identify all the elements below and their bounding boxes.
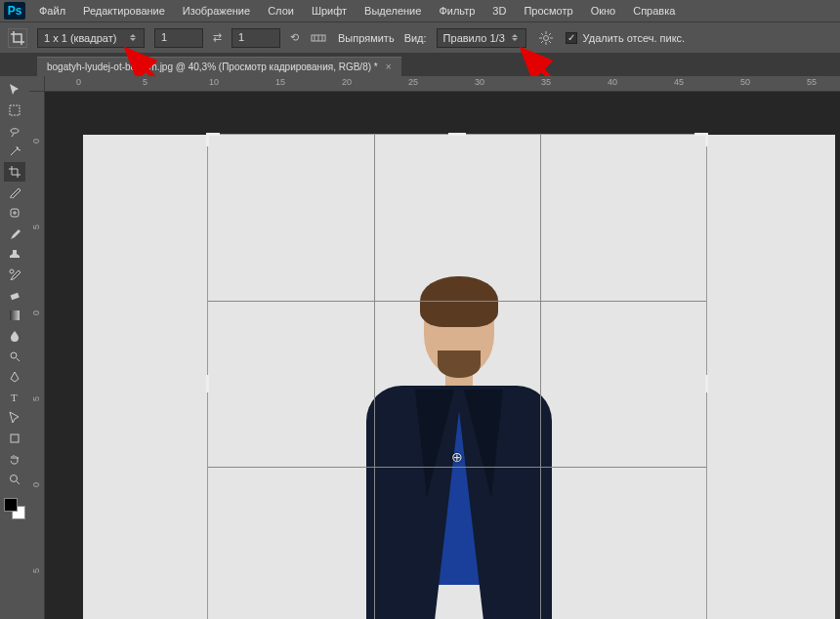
menu-help[interactable]: Справка (629, 3, 679, 19)
crop-grid-line (208, 467, 706, 468)
svg-point-17 (10, 269, 14, 273)
svg-point-20 (11, 352, 17, 358)
menu-window[interactable]: Окно (587, 3, 620, 19)
tool-wand[interactable] (4, 142, 25, 161)
menu-view[interactable]: Просмотр (520, 3, 576, 19)
ruler-tick: 5 (143, 77, 147, 87)
tool-path-select[interactable] (4, 408, 25, 428)
crop-handle-left[interactable] (206, 375, 209, 392)
menu-layers[interactable]: Слои (264, 3, 298, 19)
tool-marquee[interactable] (4, 101, 25, 120)
crop-overlay[interactable]: ⊕ (208, 135, 706, 619)
svg-line-9 (541, 33, 543, 35)
foreground-color-swatch[interactable] (4, 498, 18, 512)
dropdown-arrow-icon (130, 32, 138, 44)
ruler-vertical[interactable]: 0 5 0 5 0 5 (29, 92, 45, 619)
tool-panel: T (0, 76, 29, 619)
crop-height-input[interactable]: 1 (231, 28, 280, 48)
tool-stamp[interactable] (4, 244, 25, 264)
ruler-tick: 0 (31, 139, 41, 144)
ruler-tick: 15 (275, 77, 285, 87)
ruler-tick: 5 (31, 396, 41, 401)
checkbox-icon: ✓ (566, 32, 577, 44)
ruler-tick: 5 (31, 225, 41, 229)
svg-rect-19 (10, 310, 20, 320)
ruler-horizontal[interactable]: 0 5 10 15 20 25 30 35 40 45 50 55 (45, 76, 840, 92)
crop-center-icon: ⊕ (451, 449, 463, 465)
ruler-tick: 35 (541, 77, 551, 87)
tool-brush[interactable] (4, 224, 25, 243)
menu-edit[interactable]: Редактирование (79, 3, 169, 19)
tool-pen[interactable] (4, 367, 25, 387)
tool-dodge[interactable] (4, 347, 25, 366)
ruler-tick: 10 (209, 77, 219, 87)
ruler-tick: 25 (408, 77, 418, 87)
tool-zoom[interactable] (4, 470, 25, 489)
ruler-tick: 20 (342, 77, 352, 87)
aspect-ratio-dropdown[interactable]: 1 x 1 (квадрат) (37, 28, 145, 48)
crop-width-input[interactable]: 1 (154, 28, 203, 48)
crop-handle-top[interactable] (448, 133, 466, 136)
menu-type[interactable]: Шрифт (308, 3, 351, 19)
delete-cropped-checkbox[interactable]: ✓ Удалить отсеч. пикс. (566, 32, 686, 44)
menu-file[interactable]: Файл (35, 3, 69, 19)
tool-heal[interactable] (4, 203, 25, 223)
straighten-label[interactable]: Выпрямить (338, 32, 395, 44)
ruler-tick: 0 (31, 310, 41, 315)
crop-handle-top-left[interactable] (206, 133, 220, 146)
svg-line-21 (17, 358, 20, 361)
crop-handle-right[interactable] (705, 375, 708, 392)
menu-bar: Ps Файл Редактирование Изображение Слои … (0, 0, 840, 21)
svg-text:T: T (11, 392, 18, 403)
ruler-corner (29, 76, 45, 92)
svg-line-12 (541, 41, 543, 43)
crop-tool-indicator-icon[interactable] (8, 28, 27, 48)
straighten-icon[interactable] (309, 28, 328, 48)
tool-gradient[interactable] (4, 306, 25, 325)
close-icon[interactable]: × (386, 62, 392, 72)
crop-handle-top-right[interactable] (694, 133, 708, 146)
svg-rect-23 (11, 434, 19, 442)
ruler-tick: 5 (31, 568, 41, 573)
document-tab-title: bogatyh-lyudej-ot-bednyh.jpg @ 40,3% (Пр… (47, 62, 378, 72)
ruler-tick: 0 (76, 77, 81, 87)
svg-line-25 (17, 481, 20, 484)
clear-button[interactable]: ⟲ (290, 31, 299, 44)
tool-eyedropper[interactable] (4, 183, 25, 202)
options-bar: 1 x 1 (квадрат) 1 ⇄ 1 ⟲ Выпрямить Вид: П… (0, 21, 840, 53)
gear-icon[interactable] (536, 28, 556, 48)
document-tab[interactable]: bogatyh-lyudej-ot-bednyh.jpg @ 40,3% (Пр… (37, 57, 401, 76)
tool-crop[interactable] (4, 162, 25, 182)
tool-hand[interactable] (4, 449, 25, 469)
delete-cropped-label: Удалить отсеч. пикс. (583, 32, 686, 44)
tool-blur[interactable] (4, 326, 25, 346)
tool-shape[interactable] (4, 429, 25, 448)
menu-select[interactable]: Выделение (360, 3, 425, 19)
swap-dims-icon[interactable]: ⇄ (213, 31, 222, 44)
crop-grid-line (540, 135, 541, 619)
canvas-area[interactable]: 0 5 10 15 20 25 30 35 40 45 50 55 0 5 0 … (29, 76, 840, 619)
tool-eraser[interactable] (4, 285, 25, 305)
tool-lasso[interactable] (4, 121, 25, 141)
tool-type[interactable]: T (4, 388, 25, 407)
ruler-tick: 50 (740, 77, 750, 87)
app-logo: Ps (4, 2, 25, 20)
crop-grid-line (208, 301, 706, 302)
overlay-view-dropdown[interactable]: Правило 1/3 (437, 28, 526, 48)
svg-point-24 (11, 475, 18, 482)
menu-image[interactable]: Изображение (179, 3, 254, 19)
workspace: T 0 5 10 15 20 25 30 35 40 45 50 55 0 5 (0, 76, 840, 619)
menu-3d[interactable]: 3D (488, 3, 510, 19)
dropdown-arrow-icon (512, 32, 520, 44)
crop-grid-line (374, 135, 375, 619)
view-label: Вид: (404, 32, 427, 44)
tool-history-brush[interactable] (4, 265, 25, 284)
svg-point-4 (543, 35, 548, 40)
tool-move[interactable] (4, 80, 25, 100)
ruler-tick: 30 (475, 77, 484, 87)
ruler-tick: 45 (674, 77, 684, 87)
color-swatches[interactable] (4, 498, 25, 519)
overlay-view-value: Правило 1/3 (443, 32, 505, 44)
svg-rect-18 (11, 293, 20, 300)
menu-filter[interactable]: Фильтр (435, 3, 479, 19)
